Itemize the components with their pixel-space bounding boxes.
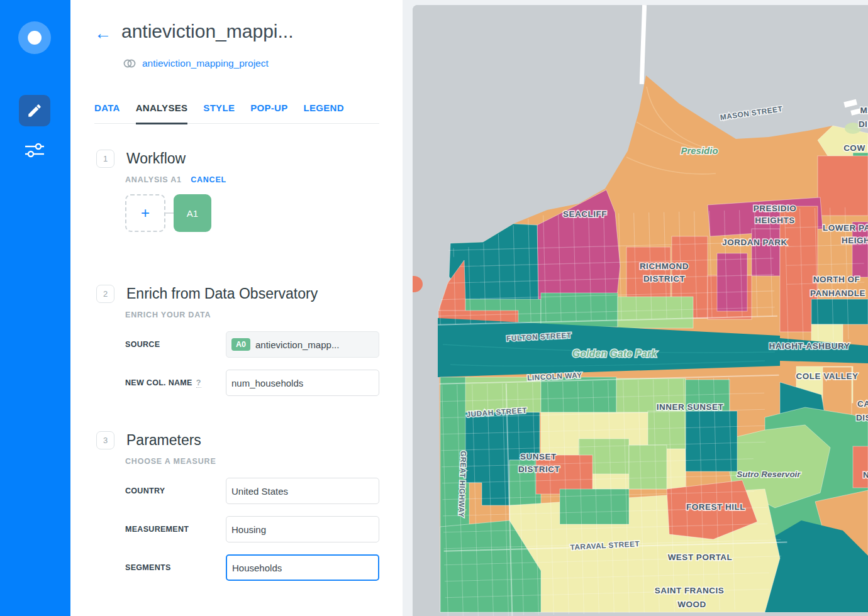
segments-label: SEGMENTS <box>125 563 226 572</box>
segments-select[interactable]: Households <box>226 554 379 581</box>
source-node-badge: A0 <box>231 338 250 351</box>
svg-text:DISTRICT: DISTRICT <box>859 119 868 129</box>
step-badge-3: 3 <box>96 431 114 449</box>
dataset-link[interactable]: antieviction_mapping_project <box>142 58 269 69</box>
tab-data[interactable]: DATA <box>94 102 120 124</box>
pencil-icon <box>26 102 43 119</box>
tab-analyses[interactable]: ANALYSES <box>136 102 188 124</box>
measurement-select[interactable]: Housing <box>226 516 379 542</box>
svg-text:Presidio: Presidio <box>681 145 718 156</box>
svg-text:NOE VALLEY: NOE VALLEY <box>863 470 868 480</box>
country-select[interactable]: United States <box>226 478 379 504</box>
section-title: Enrich from Data Observatory <box>126 285 318 302</box>
measurement-label: MEASUREMENT <box>125 525 226 534</box>
page-title: antieviction_mappi... <box>121 21 294 42</box>
svg-text:LOWER PACIFIC: LOWER PACIFIC <box>823 223 868 233</box>
newcol-input[interactable]: num_households <box>226 370 379 396</box>
dot-circle-icon <box>28 31 42 45</box>
panel-tabs: DATA ANALYSES STYLE POP-UP LEGEND <box>94 102 379 124</box>
section-enrich: 2 Enrich from Data Observatory ENRICH YO… <box>96 285 379 396</box>
section-subtitle: CHOOSE A MEASURE <box>125 457 379 466</box>
svg-text:DISTRICT: DISTRICT <box>518 465 560 474</box>
svg-text:HEIGHTS: HEIGHTS <box>755 216 795 225</box>
svg-text:Golden Gate Park: Golden Gate Park <box>572 348 657 359</box>
country-label: COUNTRY <box>125 487 226 495</box>
svg-text:INNER SUNSET: INNER SUNSET <box>657 402 724 412</box>
svg-text:Sutro Reservoir: Sutro Reservoir <box>737 470 801 479</box>
svg-text:HAIGHT-ASHBURY: HAIGHT-ASHBURY <box>769 341 850 351</box>
help-icon[interactable]: ? <box>196 378 201 388</box>
section-subtitle: ENRICH YOUR DATA <box>125 311 379 319</box>
svg-text:SAINT FRANCIS: SAINT FRANCIS <box>655 586 725 595</box>
source-value: antieviction_mapp... <box>255 339 339 350</box>
linked-circles-icon <box>123 59 137 68</box>
node-connector <box>165 212 174 214</box>
section-title: Parameters <box>126 432 201 449</box>
svg-text:PRESIDIO: PRESIDIO <box>754 204 797 213</box>
tab-legend[interactable]: LEGEND <box>304 102 344 124</box>
analysis-id-label: ANALYSIS A1 <box>125 175 182 184</box>
layer-panel: ← antieviction_mappi... ⋮ antieviction_m… <box>70 0 403 616</box>
svg-text:COLE VALLEY: COLE VALLEY <box>796 371 858 381</box>
svg-text:CASTRO: CASTRO <box>857 399 868 409</box>
section-workflow: 1 Workflow ANALYSIS A1 CANCEL + A1 <box>96 150 379 232</box>
map-background: MASON STREET MARINA DISTRICT Presidio CO… <box>403 0 868 616</box>
svg-text:MARINA: MARINA <box>860 106 868 115</box>
analysis-node-a1[interactable]: A1 <box>174 194 211 232</box>
step-badge-1: 1 <box>96 150 114 168</box>
section-title: Workflow <box>126 150 186 167</box>
svg-text:RICHMOND: RICHMOND <box>640 261 689 271</box>
newcol-label: NEW COL. NAME? <box>125 378 226 387</box>
svg-text:DISTRICT: DISTRICT <box>856 413 868 422</box>
svg-text:WOOD: WOOD <box>677 600 706 609</box>
plus-icon: + <box>141 204 150 222</box>
svg-text:COW HOLLOW: COW HOLLOW <box>843 143 868 153</box>
add-analysis-node-button[interactable]: + <box>125 194 165 232</box>
cancel-analysis-button[interactable]: CANCEL <box>191 175 226 184</box>
tab-popup[interactable]: POP-UP <box>250 102 287 124</box>
step-badge-2: 2 <box>96 285 114 303</box>
sliders-icon <box>23 140 46 160</box>
svg-text:WEST PORTAL: WEST PORTAL <box>668 553 733 562</box>
section-parameters: 3 Parameters CHOOSE A MEASURE COUNTRY Un… <box>96 431 379 581</box>
svg-text:NORTH OF: NORTH OF <box>813 275 860 284</box>
edit-mode-button[interactable] <box>19 95 50 126</box>
svg-text:JORDAN PARK: JORDAN PARK <box>722 238 787 247</box>
back-button[interactable]: ← <box>94 25 111 42</box>
svg-text:SEACLIFF: SEACLIFF <box>563 209 607 219</box>
source-select[interactable]: A0 antieviction_mapp... <box>226 331 379 358</box>
filters-button[interactable] <box>19 135 50 166</box>
svg-text:PANHANDLE: PANHANDLE <box>810 289 865 298</box>
map-canvas[interactable]: MASON STREET MARINA DISTRICT Presidio CO… <box>413 5 868 616</box>
svg-text:SUNSET: SUNSET <box>520 452 557 461</box>
source-label: SOURCE <box>125 340 226 349</box>
svg-text:FOREST HILL: FOREST HILL <box>686 502 745 512</box>
svg-text:DISTRICT: DISTRICT <box>643 274 686 283</box>
avatar[interactable] <box>18 21 51 54</box>
tab-style[interactable]: STYLE <box>203 102 235 124</box>
svg-text:HEIGHTS: HEIGHTS <box>842 236 868 245</box>
app-rail <box>0 0 70 616</box>
